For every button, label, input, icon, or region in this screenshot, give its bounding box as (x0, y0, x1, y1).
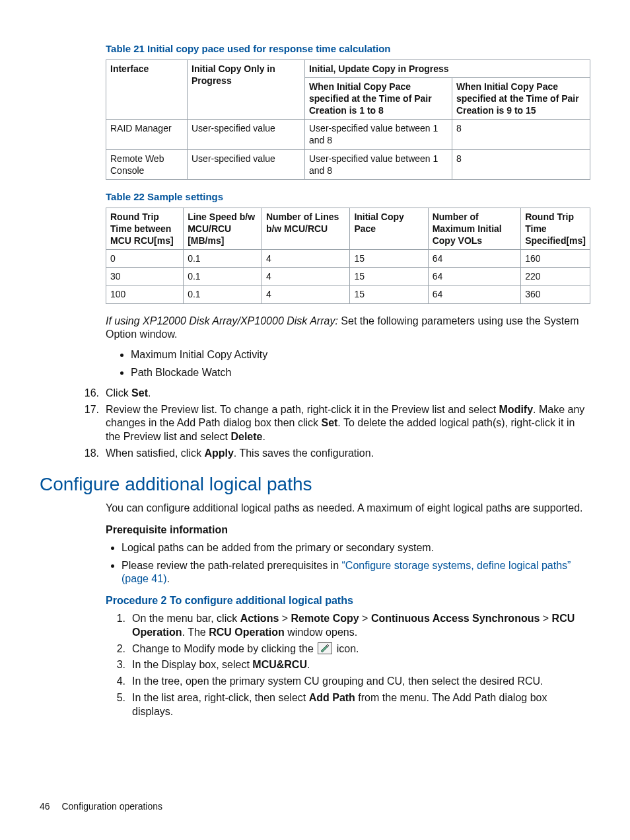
step-17: 17. Review the Preview list. To change a… (79, 403, 590, 444)
section-intro: You can configure additional logical pat… (106, 502, 590, 515)
t21-h-suba: When Initial Copy Pace specified at the … (305, 77, 452, 120)
table22: Round Trip Time between MCU RCU[ms] Line… (106, 208, 590, 304)
t22-h1: Line Speed b/w MCU/RCU [MB/ms] (184, 208, 262, 250)
procedure-heading: Procedure 2 To configure additional logi… (106, 594, 590, 608)
step-18: 18. When satisfied, click Apply. This sa… (79, 447, 590, 461)
footer-section: Configuration operations (61, 801, 162, 812)
table-row: 0 0.1 4 15 64 160 (106, 250, 590, 268)
proc-step-5-text: In the list area, right-click, then sele… (132, 691, 590, 719)
modify-icon (318, 642, 332, 654)
page-footer: 46 Configuration operations (40, 800, 162, 812)
t22-h2: Number of Lines b/w MCU/RCU (262, 208, 349, 250)
step-16: 16. Click Set. (79, 387, 590, 401)
section-heading: Configure additional logical paths (40, 473, 590, 496)
t21-h-only: Initial Copy Only in Progress (188, 59, 305, 120)
table-row: 30 0.1 4 15 64 220 (106, 268, 590, 286)
table-row: RAID Manager User-specified value User-s… (106, 120, 590, 149)
proc-step-3: 3. In the Display box, select MCU&RCU. (106, 658, 590, 672)
table21: Interface Initial Copy Only in Progress … (106, 59, 590, 180)
list-item: Path Blockade Watch (131, 366, 590, 380)
proc-step-2-text: Change to Modify mode by clicking the ic… (132, 642, 590, 656)
proc-step-4: 4. In the tree, open the primary system … (106, 675, 590, 689)
table22-caption: Table 22 Sample settings (106, 190, 590, 204)
proc-step-5: 5. In the list area, right-click, then s… (106, 691, 590, 719)
proc-step-1-text: On the menu bar, click Actions > Remote … (132, 612, 590, 640)
proc-step-2: 2. Change to Modify mode by clicking the… (106, 642, 590, 656)
para-xp-disk: If using XP12000 Disk Array/XP10000 Disk… (106, 315, 590, 342)
proc-step-4-text: In the tree, open the primary system CU … (132, 675, 590, 689)
proc-step-1: 1. On the menu bar, click Actions > Remo… (106, 612, 590, 640)
t22-h4: Number of Maximum Initial Copy VOLs (428, 208, 520, 250)
table21-caption: Table 21 Initial copy pace used for resp… (106, 42, 590, 56)
table-row: 100 0.1 4 15 64 360 (106, 286, 590, 303)
t22-h5: Round Trip Time Specified[ms] (521, 208, 590, 250)
list-item: Please review the path-related prerequis… (122, 559, 590, 587)
t21-h-interface: Interface (106, 59, 188, 120)
t22-h3: Initial Copy Pace (350, 208, 428, 250)
page-number: 46 (40, 801, 50, 812)
proc-step-3-text: In the Display box, select MCU&RCU. (132, 658, 590, 672)
table-row: Remote Web Console User-specified value … (106, 149, 590, 179)
t21-h-subb: When Initial Copy Pace specified at the … (452, 77, 590, 120)
list-item: Maximum Initial Copy Activity (131, 348, 590, 362)
t22-h0: Round Trip Time between MCU RCU[ms] (106, 208, 184, 250)
prereq-heading: Prerequisite information (106, 523, 590, 537)
t21-h-both: Initial, Update Copy in Progress (305, 59, 590, 77)
list-item: Logical paths can be added from the prim… (122, 541, 590, 555)
